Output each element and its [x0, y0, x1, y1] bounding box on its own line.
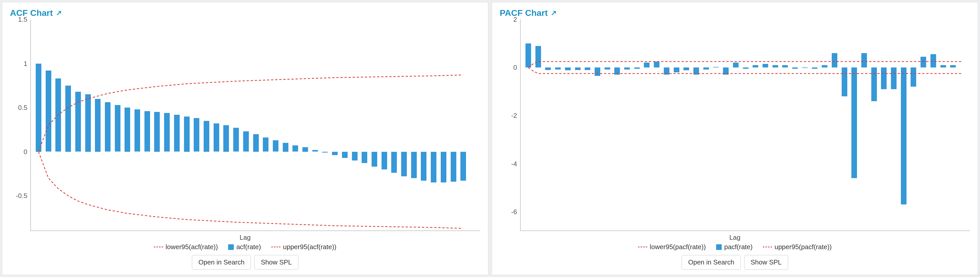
show-spl-button[interactable]: Show SPL: [744, 255, 788, 270]
pacf-title[interactable]: PACF Chart: [500, 8, 548, 18]
acf-xaxis-line: [30, 231, 480, 231]
acf-xlabel: Lag: [10, 234, 480, 242]
ytick: 0.5: [18, 104, 27, 112]
legend-acf[interactable]: acf(rate): [228, 243, 261, 251]
open-in-search-button[interactable]: Open in Search: [192, 255, 251, 270]
legend-lower95[interactable]: lower95(acf(rate)): [154, 243, 218, 251]
dash-icon: [154, 247, 163, 247]
dash-icon: [763, 247, 772, 247]
ytick: 2: [514, 16, 517, 24]
legend-upper95[interactable]: upper95(acf(rate)): [271, 243, 337, 251]
ytick: -0.5: [16, 192, 27, 200]
acf-title[interactable]: ACF Chart: [10, 8, 53, 18]
acf-yaxis: -0.500.511.5: [10, 19, 30, 231]
square-icon: [228, 244, 234, 250]
confidence-line: [38, 152, 463, 229]
ytick: 0: [24, 148, 27, 155]
square-icon: [716, 244, 722, 250]
confidence-line: [528, 62, 963, 68]
dash-icon: [638, 247, 647, 247]
open-in-search-button[interactable]: Open in Search: [682, 255, 741, 270]
ytick: -4: [511, 160, 517, 168]
pacf-plot: [520, 19, 970, 231]
acf-chart-area: -0.500.511.5: [10, 19, 480, 231]
legend-lower95-p[interactable]: lower95(pacf(rate)): [638, 243, 706, 251]
pacf-chart-area: -6-4-202: [500, 19, 970, 231]
ytick: 1: [24, 59, 27, 67]
pacf-xaxis-line: [520, 231, 970, 231]
acf-button-row: Open in Search Show SPL: [10, 255, 480, 270]
pacf-xlabel: Lag: [500, 234, 970, 242]
acf-legend: lower95(acf(rate)) acf(rate) upper95(acf…: [10, 243, 480, 251]
acf-panel: ACF Chart ↗ -0.500.511.5 Lag lower95(acf…: [2, 2, 488, 275]
acf-title-row: ACF Chart ↗: [10, 8, 480, 18]
show-spl-button[interactable]: Show SPL: [255, 255, 298, 270]
ytick: -2: [511, 112, 517, 120]
open-external-icon[interactable]: ↗: [551, 10, 557, 17]
dash-icon: [271, 247, 280, 247]
ytick: 0: [514, 64, 517, 72]
confidence-line: [38, 75, 463, 152]
ytick: -6: [511, 208, 517, 216]
pacf-title-row: PACF Chart ↗: [500, 8, 970, 18]
pacf-panel: PACF Chart ↗ -6-4-202 Lag lower95(pacf(r…: [492, 2, 978, 275]
pacf-yaxis: -6-4-202: [500, 19, 520, 231]
open-external-icon[interactable]: ↗: [56, 10, 62, 17]
confidence-line: [528, 67, 963, 74]
legend-pacf[interactable]: pacf(rate): [716, 243, 752, 251]
legend-upper95-p[interactable]: upper95(pacf(rate)): [763, 243, 832, 251]
pacf-legend: lower95(pacf(rate)) pacf(rate) upper95(p…: [500, 243, 970, 251]
pacf-button-row: Open in Search Show SPL: [500, 255, 970, 270]
acf-plot: [30, 19, 480, 231]
ytick: 1.5: [18, 16, 27, 24]
